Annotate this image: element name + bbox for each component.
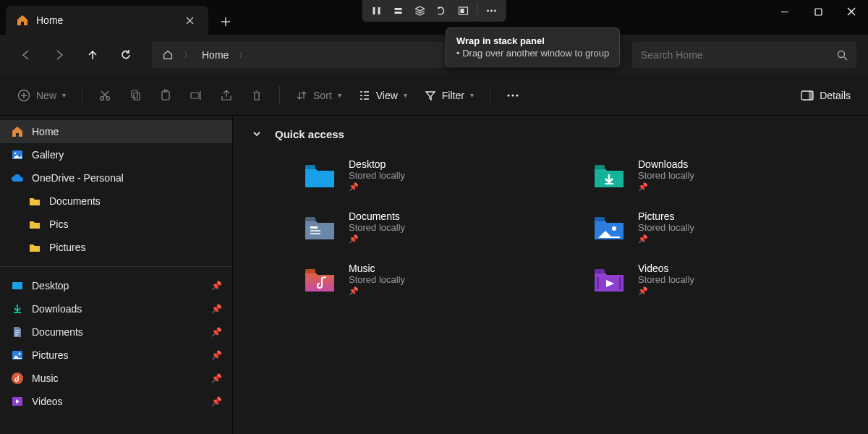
- home-icon: [162, 49, 174, 61]
- filter-button[interactable]: Filter ▾: [417, 82, 481, 109]
- sidebar-item-downloads[interactable]: Downloads 📌: [0, 297, 232, 320]
- minimize-button[interactable]: [768, 0, 801, 23]
- filter-label: Filter: [442, 90, 464, 101]
- sidebar-item-desktop[interactable]: Desktop 📌: [0, 274, 232, 297]
- svg-rect-24: [809, 91, 813, 100]
- svg-point-39: [612, 226, 616, 231]
- equal-icon[interactable]: [388, 3, 409, 19]
- pin-icon: 📌: [638, 234, 694, 244]
- sidebar-item-label: Gallery: [32, 149, 222, 161]
- new-button[interactable]: New ▾: [10, 82, 73, 109]
- svg-point-29: [19, 353, 21, 355]
- quick-access-documents[interactable]: Documents Stored locally 📌: [299, 207, 560, 247]
- refresh-button[interactable]: [111, 41, 140, 69]
- quick-access-music[interactable]: Music Stored locally 📌: [299, 259, 560, 299]
- svg-point-26: [14, 153, 17, 155]
- svg-rect-37: [310, 233, 320, 234]
- maximize-button[interactable]: [801, 0, 835, 23]
- chevron-down-icon: ▾: [404, 91, 407, 99]
- more-button[interactable]: [499, 82, 527, 109]
- item-sub: Stored locally: [349, 222, 405, 233]
- sidebar-item-videos[interactable]: Videos 📌: [0, 390, 232, 413]
- sidebar-item-label: OneDrive - Personal: [32, 172, 222, 184]
- quick-access-downloads[interactable]: Downloads Stored locally 📌: [589, 155, 849, 195]
- item-name: Documents: [349, 210, 405, 222]
- svg-rect-36: [310, 230, 320, 231]
- chevron-right-icon[interactable]: 〉: [184, 50, 192, 61]
- item-name: Music: [349, 263, 405, 274]
- quick-access-header[interactable]: Quick access: [249, 126, 852, 142]
- pin-icon: 📌: [211, 304, 222, 314]
- sidebar-item-music[interactable]: Music 📌: [0, 367, 232, 390]
- sidebar-item-label: Pictures: [49, 242, 222, 253]
- forward-button[interactable]: [45, 41, 74, 69]
- separator: [477, 4, 478, 17]
- sort-button[interactable]: Sort ▾: [289, 82, 349, 109]
- pin-icon: 📌: [211, 396, 222, 407]
- chevron-right-icon[interactable]: 〉: [239, 50, 247, 61]
- sort-icon: [296, 90, 307, 101]
- chevron-down-icon[interactable]: [249, 126, 265, 142]
- view-label: View: [376, 90, 398, 101]
- breadcrumb-item[interactable]: Home: [202, 49, 229, 61]
- sidebar-item-onedrive[interactable]: OneDrive - Personal: [0, 166, 232, 190]
- search-box[interactable]: [632, 42, 856, 68]
- pictures-folder-icon: [592, 210, 626, 244]
- details-button[interactable]: Details: [793, 82, 858, 109]
- tooltip-wrap-stack: Wrap in stack panel • Drag over another …: [446, 27, 620, 67]
- quick-access-pictures[interactable]: Pictures Stored locally 📌: [589, 207, 849, 247]
- wrap-icon[interactable]: [432, 3, 452, 19]
- sidebar-item-pictures[interactable]: Pictures 📌: [0, 344, 232, 367]
- plus-circle-icon: [17, 89, 30, 102]
- item-name: Desktop: [349, 158, 405, 170]
- pin-icon: 📌: [211, 327, 222, 337]
- sidebar-item-gallery[interactable]: Gallery: [0, 143, 232, 166]
- tab-close-button[interactable]: [181, 12, 198, 29]
- rename-button[interactable]: [182, 82, 210, 109]
- view-button[interactable]: View ▾: [352, 82, 414, 109]
- sidebar-item-onedrive-documents[interactable]: Documents: [0, 190, 232, 213]
- copy-button[interactable]: [122, 82, 149, 109]
- pin-icon: 📌: [211, 350, 222, 360]
- pin-icon: 📌: [638, 182, 694, 192]
- quick-access-desktop[interactable]: Desktop Stored locally 📌: [299, 155, 560, 195]
- tab-home[interactable]: Home: [6, 6, 208, 35]
- pause-icon[interactable]: [367, 3, 387, 19]
- svg-point-11: [838, 51, 845, 57]
- delete-button[interactable]: [243, 82, 271, 109]
- layers-icon[interactable]: [410, 3, 430, 19]
- sidebar-item-label: Downloads: [32, 303, 204, 315]
- cut-button[interactable]: [91, 82, 119, 109]
- sidebar-item-onedrive-pics[interactable]: Pics: [0, 213, 232, 236]
- desktop-icon: [10, 278, 25, 293]
- snap-icon[interactable]: [454, 3, 474, 19]
- svg-rect-17: [162, 91, 169, 100]
- sidebar-item-documents[interactable]: Documents 📌: [0, 320, 232, 344]
- new-tab-button[interactable]: [213, 9, 239, 35]
- svg-point-30: [12, 373, 23, 384]
- back-button[interactable]: [12, 41, 41, 69]
- sidebar-item-label: Documents: [32, 326, 204, 338]
- sidebar-item-label: Home: [32, 126, 222, 137]
- item-name: Videos: [638, 263, 694, 274]
- sidebar-item-label: Pictures: [32, 349, 204, 361]
- more-icon[interactable]: [482, 3, 502, 19]
- item-sub: Stored locally: [349, 170, 405, 181]
- sidebar-item-home[interactable]: Home: [0, 120, 232, 143]
- search-icon[interactable]: [837, 50, 848, 61]
- search-input[interactable]: [641, 49, 837, 61]
- downloads-folder-icon: [592, 158, 626, 192]
- sidebar-item-onedrive-pictures[interactable]: Pictures: [0, 236, 232, 259]
- quick-access-videos[interactable]: Videos Stored locally 📌: [589, 259, 849, 299]
- svg-rect-40: [305, 269, 315, 273]
- close-button[interactable]: [835, 0, 868, 23]
- item-sub: Stored locally: [638, 274, 694, 285]
- paste-button[interactable]: [152, 82, 179, 109]
- up-button[interactable]: [78, 41, 107, 69]
- sidebar-divider: [0, 266, 232, 267]
- svg-rect-27: [12, 282, 22, 289]
- home-icon: [16, 14, 29, 27]
- svg-rect-10: [815, 9, 822, 15]
- document-icon: [10, 325, 25, 339]
- share-button[interactable]: [213, 82, 240, 109]
